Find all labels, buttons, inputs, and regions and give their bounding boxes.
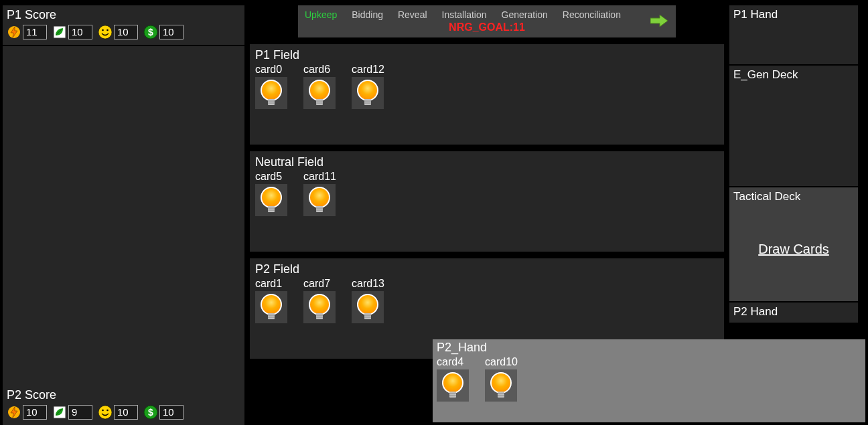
- card-card12[interactable]: card12: [352, 64, 386, 109]
- phase-generation[interactable]: Generation: [502, 9, 548, 20]
- stat-happy: 10: [98, 405, 138, 420]
- card-label: card12: [352, 64, 386, 76]
- svg-point-9: [98, 406, 112, 419]
- card-card7[interactable]: card7: [303, 278, 338, 323]
- phase-reveal[interactable]: Reveal: [398, 9, 427, 20]
- p2-hand-title: P2 Hand: [733, 305, 854, 319]
- p2-score-panel: P2 Score 10910$10: [3, 386, 244, 425]
- stat-money: $10: [143, 25, 184, 39]
- card-card1[interactable]: card1: [255, 278, 290, 323]
- p1-hand-panel: P1 Hand: [729, 5, 858, 64]
- stat-value-eco: 10: [68, 25, 92, 39]
- svg-point-42: [358, 294, 378, 315]
- p1-score-panel: P1 Score 111010$10: [3, 5, 244, 45]
- card-label: card13: [352, 278, 386, 290]
- phase-reconciliation[interactable]: Reconciliation: [563, 9, 621, 20]
- card-label: card1: [255, 278, 290, 290]
- stat-value-eco: 9: [68, 405, 92, 420]
- svg-rect-23: [364, 99, 371, 105]
- card-label: card5: [255, 171, 290, 183]
- svg-rect-19: [316, 99, 323, 105]
- stat-value-money: 10: [159, 405, 184, 420]
- lightbulb-icon: [255, 77, 287, 109]
- lightbulb-icon: [303, 77, 336, 109]
- card-label: card6: [303, 64, 338, 76]
- svg-point-34: [261, 294, 281, 315]
- stat-eco: 9: [52, 405, 92, 420]
- svg-rect-47: [449, 392, 456, 398]
- card-card10[interactable]: card10: [485, 356, 520, 402]
- energy-icon: [7, 405, 21, 420]
- svg-point-22: [358, 80, 378, 100]
- p2-hand-overlay[interactable]: P2_Hand card4card10: [433, 339, 865, 422]
- svg-point-50: [491, 373, 511, 393]
- phase-upkeep[interactable]: Upkeep: [305, 9, 337, 20]
- svg-point-14: [261, 80, 281, 100]
- stat-value-energy: 10: [23, 405, 47, 420]
- svg-point-38: [309, 294, 330, 315]
- svg-point-4: [106, 29, 108, 31]
- p1-field: P1 Field card0card6card12: [250, 44, 724, 145]
- left-empty-area: [3, 46, 244, 386]
- card-card4[interactable]: card4: [437, 356, 472, 402]
- stat-energy: 11: [7, 25, 47, 39]
- lightbulb-icon: [255, 184, 287, 216]
- stat-value-happy: 10: [114, 405, 138, 420]
- card-card5[interactable]: card5: [255, 171, 290, 216]
- stat-value-energy: 11: [23, 25, 47, 39]
- phase-bidding[interactable]: Bidding: [352, 9, 383, 20]
- card-card6[interactable]: card6: [303, 64, 338, 109]
- lightbulb-icon: [303, 184, 336, 216]
- stat-eco: 10: [52, 25, 92, 39]
- p1-field-title: P1 Field: [255, 48, 719, 62]
- stat-value-money: 10: [159, 25, 184, 39]
- card-label: card7: [303, 278, 338, 290]
- svg-rect-31: [316, 206, 323, 212]
- energy-icon: [7, 25, 21, 39]
- stat-happy: 10: [98, 25, 138, 39]
- svg-point-30: [309, 187, 330, 207]
- phase-installation[interactable]: Installation: [442, 9, 487, 20]
- stat-value-happy: 10: [114, 25, 138, 39]
- svg-text:$: $: [148, 407, 153, 418]
- egen-deck-panel: E_Gen Deck: [729, 66, 858, 186]
- svg-point-2: [98, 25, 112, 39]
- tactical-deck-title: Tactical Deck: [733, 190, 854, 203]
- svg-rect-27: [268, 206, 275, 212]
- p2-score-title: P2 Score: [7, 388, 240, 402]
- card-card0[interactable]: card0: [255, 64, 290, 109]
- svg-point-11: [106, 410, 108, 412]
- lightbulb-icon: [485, 369, 517, 402]
- svg-rect-35: [268, 313, 275, 319]
- svg-rect-43: [364, 313, 371, 319]
- p2-hand-panel: P2 Hand: [729, 303, 858, 323]
- money-icon: $: [143, 25, 158, 39]
- neutral-field: Neutral Field card5card11: [250, 151, 724, 252]
- svg-rect-39: [316, 313, 323, 319]
- phase-bar: UpkeepBiddingRevealInstallationGeneratio…: [298, 5, 676, 37]
- card-label: card0: [255, 64, 290, 76]
- svg-point-10: [102, 410, 104, 412]
- p1-score-title: P1 Score: [7, 8, 240, 22]
- svg-point-46: [443, 373, 463, 393]
- p2-hand-overlay-title: P2_Hand: [437, 341, 861, 355]
- card-label: card10: [485, 356, 520, 368]
- neutral-field-title: Neutral Field: [255, 155, 719, 169]
- stat-energy: 10: [7, 405, 47, 420]
- leaf-icon: [52, 25, 67, 39]
- p1-hand-title: P1 Hand: [733, 8, 854, 21]
- svg-rect-15: [268, 99, 275, 105]
- card-card13[interactable]: card13: [352, 278, 386, 323]
- svg-rect-51: [498, 392, 504, 398]
- lightbulb-icon: [437, 369, 469, 402]
- next-phase-arrow-icon[interactable]: [650, 15, 668, 29]
- smile-icon: [98, 405, 113, 420]
- card-card11[interactable]: card11: [303, 171, 338, 216]
- leaf-icon: [52, 405, 67, 420]
- money-icon: $: [143, 405, 158, 420]
- egen-deck-title: E_Gen Deck: [733, 68, 854, 82]
- draw-cards-button[interactable]: Draw Cards: [733, 242, 854, 257]
- lightbulb-icon: [352, 291, 384, 323]
- svg-point-3: [102, 29, 104, 31]
- card-label: card4: [437, 356, 472, 368]
